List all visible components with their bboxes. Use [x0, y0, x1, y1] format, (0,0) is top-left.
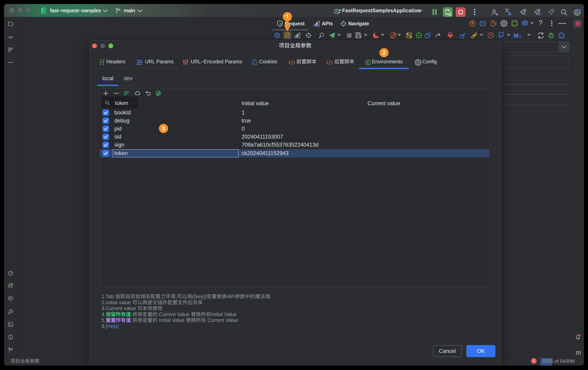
svg-text:A: A	[508, 11, 511, 16]
